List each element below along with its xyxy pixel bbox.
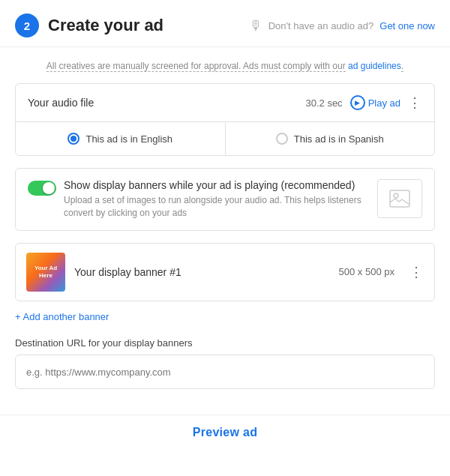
footer: Preview ad — [0, 415, 450, 450]
banner-item-card: Your Ad Here Your display banner #1 500 … — [15, 243, 435, 301]
audio-more-options[interactable]: ⋮ — [408, 94, 422, 111]
audio-duration: 30.2 sec — [305, 97, 342, 109]
banner-size: 500 x 500 px — [339, 266, 394, 277]
audio-file-card: Your audio file 30.2 sec ▶ Play ad ⋮ Thi… — [15, 83, 435, 156]
english-label: This ad is in English — [86, 133, 172, 145]
english-radio — [68, 133, 80, 145]
preview-ad-button[interactable]: Preview ad — [193, 426, 258, 439]
english-option[interactable]: This ad is in English — [16, 122, 225, 155]
spanish-option[interactable]: This ad is in Spanish — [225, 122, 435, 155]
page-title: Create your ad — [48, 16, 164, 35]
svg-rect-0 — [390, 190, 410, 207]
add-banner-link[interactable]: + Add another banner — [15, 311, 109, 322]
step-indicator: 2 — [15, 13, 39, 37]
display-banner-section: Show display banners while your ad is pl… — [15, 168, 435, 231]
banner-toggle-label: Show display banners while your ad is pl… — [64, 179, 367, 191]
header-right: 🎙 Don't have an audio ad? Get one now — [249, 18, 435, 34]
no-audio-text: Don't have an audio ad? — [268, 20, 374, 31]
banner-toggle-desc: Upload a set of images to run alongside … — [64, 194, 367, 220]
audio-file-label: Your audio file — [28, 97, 94, 109]
microphone-icon: 🎙 — [249, 18, 262, 34]
url-label: Destination URL for your display banners — [15, 337, 435, 349]
compliance-note: All creatives are manually screened for … — [15, 61, 435, 71]
audio-row: Your audio file 30.2 sec ▶ Play ad ⋮ — [16, 84, 434, 122]
destination-url-input[interactable] — [26, 367, 424, 378]
toggle-area: Show display banners while your ad is pl… — [28, 179, 367, 220]
banner-text: Show display banners while your ad is pl… — [64, 179, 367, 220]
spanish-label: This ad is in Spanish — [294, 133, 384, 145]
compliance-period: . — [401, 61, 404, 72]
ad-guidelines-link[interactable]: ad guidelines — [348, 61, 401, 71]
page-header: 2 Create your ad 🎙 Don't have an audio a… — [0, 0, 450, 47]
main-content: All creatives are manually screened for … — [0, 47, 450, 403]
svg-point-1 — [394, 193, 398, 198]
get-one-now-link[interactable]: Get one now — [380, 20, 435, 31]
play-ad-button[interactable]: ▶ Play ad — [350, 95, 400, 110]
play-label: Play ad — [368, 97, 400, 109]
header-left: 2 Create your ad — [15, 13, 164, 37]
url-input-wrapper[interactable] — [15, 355, 435, 389]
spanish-radio — [276, 133, 288, 145]
banner-thumbnail: Your Ad Here — [26, 253, 65, 292]
play-icon: ▶ — [350, 95, 365, 110]
language-selector: This ad is in English This ad is in Span… — [16, 122, 434, 155]
banner-name: Your display banner #1 — [74, 266, 330, 278]
audio-controls: 30.2 sec ▶ Play ad ⋮ — [305, 94, 422, 111]
banner-more-options[interactable]: ⋮ — [410, 264, 424, 280]
banner-image-placeholder — [377, 179, 422, 218]
display-banner-toggle[interactable] — [28, 181, 56, 196]
compliance-text-before: All creatives are manually screened for … — [46, 61, 346, 72]
banner-thumb-text: Your Ad Here — [29, 265, 62, 279]
